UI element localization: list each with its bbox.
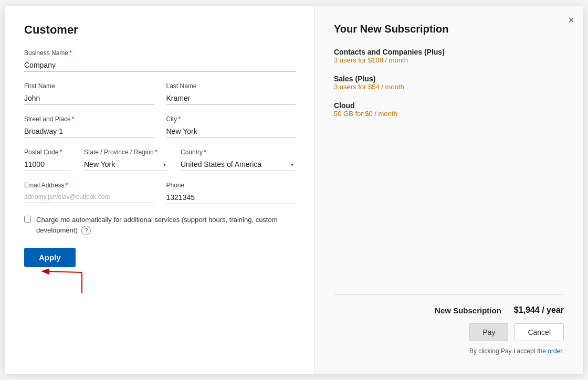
modal-container: Customer Business Name* First Name Last … — [5, 6, 583, 374]
auto-charge-checkbox[interactable] — [24, 216, 31, 223]
first-name-input[interactable] — [24, 92, 154, 105]
phone-group: Phone — [166, 182, 296, 204]
subscription-items-list: Contacts and Companies (Plus) 3 users fo… — [334, 48, 564, 128]
subscription-footer: New Subscription $1,944 / year Pay Cance… — [334, 294, 564, 355]
country-select-wrapper: United States of America ▾ — [181, 158, 296, 171]
customer-title: Customer — [24, 23, 296, 37]
arrow-annotation — [24, 267, 296, 299]
country-select[interactable]: United States of America — [181, 158, 296, 171]
email-group: Email Address* — [24, 182, 154, 204]
first-name-group: First Name — [24, 82, 154, 105]
total-label: New Subscription — [435, 306, 501, 315]
action-row: Pay Cancel — [334, 323, 564, 341]
phone-input[interactable] — [166, 191, 296, 204]
last-name-group: Last Name — [166, 82, 296, 105]
state-select[interactable]: New York — [84, 158, 168, 171]
info-icon[interactable]: ? — [81, 226, 91, 235]
subscription-panel: × Your New Subscription Contacts and Com… — [315, 6, 583, 374]
postal-code-input[interactable] — [24, 158, 71, 171]
postal-code-label: Postal Code* — [24, 149, 71, 156]
last-name-input[interactable] — [166, 92, 296, 105]
order-link[interactable]: order. — [548, 347, 564, 355]
subscription-item-name: Cloud — [334, 101, 564, 110]
email-input[interactable] — [24, 191, 154, 203]
customer-panel: Customer Business Name* First Name Last … — [5, 6, 315, 374]
auto-charge-row: Charge me automatically for additional s… — [24, 215, 296, 235]
subscription-item-detail: 3 users for $54 / month — [334, 83, 564, 91]
business-name-input[interactable] — [24, 59, 296, 72]
terms-text: By clicking Pay I accept the order. — [334, 347, 564, 355]
arrow-icon — [29, 267, 92, 296]
auto-charge-label[interactable]: Charge me automatically for additional s… — [36, 215, 296, 235]
city-group: City* — [166, 115, 296, 138]
region-row: Postal Code* State / Province / Region* … — [24, 149, 296, 171]
subscription-item-detail: 3 users for $108 / month — [334, 56, 564, 64]
last-name-label: Last Name — [166, 82, 296, 90]
city-input[interactable] — [166, 125, 296, 138]
street-group: Street and Place* — [24, 115, 154, 138]
total-row: New Subscription $1,944 / year — [334, 305, 564, 315]
address-row: Street and Place* City* — [24, 115, 296, 138]
phone-label: Phone — [166, 182, 296, 189]
postal-code-group: Postal Code* — [24, 149, 71, 171]
apply-button[interactable]: Apply — [24, 248, 76, 267]
close-button[interactable]: × — [568, 15, 574, 25]
country-label: Country* — [181, 149, 296, 156]
subscription-item-name: Sales (Plus) — [334, 75, 564, 83]
subscription-title: Your New Subscription — [334, 23, 564, 35]
business-name-label: Business Name* — [24, 49, 296, 57]
first-name-label: First Name — [24, 82, 154, 90]
cancel-button[interactable]: Cancel — [514, 323, 564, 341]
business-name-row: Business Name* — [24, 49, 296, 72]
contact-row: Email Address* Phone — [24, 182, 296, 204]
total-amount: $1,944 / year — [514, 305, 564, 315]
subscription-item-detail: 50 GB for $0 / month — [334, 110, 564, 118]
subscription-item: Contacts and Companies (Plus) 3 users fo… — [334, 48, 564, 64]
svg-line-1 — [45, 271, 82, 272]
street-input[interactable] — [24, 125, 154, 138]
city-label: City* — [166, 115, 296, 123]
name-row: First Name Last Name — [24, 82, 296, 105]
subscription-item: Cloud 50 GB for $0 / month — [334, 101, 564, 118]
street-label: Street and Place* — [24, 115, 154, 123]
subscription-item-name: Contacts and Companies (Plus) — [334, 48, 564, 56]
subscription-item: Sales (Plus) 3 users for $54 / month — [334, 75, 564, 91]
pay-button[interactable]: Pay — [469, 323, 508, 341]
state-select-wrapper: New York ▾ — [84, 158, 168, 171]
state-group: State / Province / Region* New York ▾ — [84, 149, 168, 171]
email-label: Email Address* — [24, 182, 154, 189]
state-label: State / Province / Region* — [84, 149, 168, 156]
business-name-group: Business Name* — [24, 49, 296, 72]
country-group: Country* United States of America ▾ — [181, 149, 296, 171]
